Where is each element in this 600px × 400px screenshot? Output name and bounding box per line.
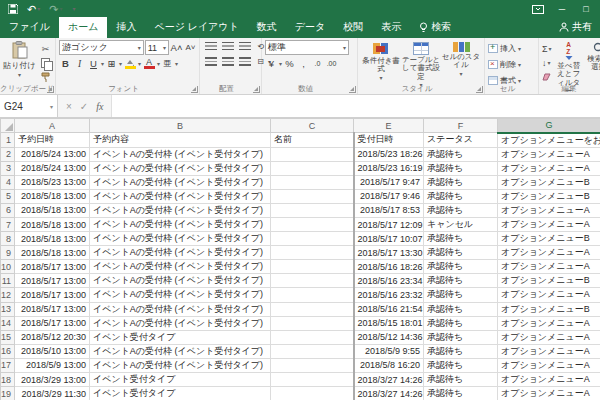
cell-G7[interactable]: オプションメニューA: [498, 217, 600, 231]
cell-G13[interactable]: オプションメニューB: [498, 302, 600, 316]
cell-C1[interactable]: 名前: [271, 133, 354, 148]
cell-B3[interactable]: イベントAの受付枠 (イベント受付タイプ): [90, 161, 271, 175]
cell-G19[interactable]: オプションメニューA: [498, 387, 600, 400]
cell-G10[interactable]: オプションメニューA: [498, 260, 600, 274]
align-middle-icon[interactable]: [222, 42, 234, 51]
cell-C19[interactable]: [271, 387, 354, 400]
cell-C16[interactable]: [271, 344, 354, 358]
redo-icon[interactable]: ↷▾: [49, 4, 62, 15]
format-painter-icon[interactable]: [38, 71, 53, 83]
cell-B13[interactable]: イベントAの受付枠 (イベント受付タイプ): [90, 302, 271, 316]
maximize-icon[interactable]: □: [576, 1, 596, 17]
insert-cells-button[interactable]: 挿入▾: [488, 41, 521, 55]
formula-input[interactable]: [112, 95, 600, 117]
cell-F7[interactable]: キャンセル: [424, 217, 498, 231]
increase-decimal-icon[interactable]: .0: [311, 57, 324, 70]
cell-C5[interactable]: [271, 189, 354, 203]
enter-icon[interactable]: ✓: [80, 101, 88, 112]
cell-G9[interactable]: オプションメニューA: [498, 246, 600, 260]
cell-A13[interactable]: 2018/5/17 13:00: [15, 302, 90, 316]
cell-E4[interactable]: 2018/5/17 9:47: [354, 175, 424, 189]
tab-review[interactable]: 校閲: [334, 17, 372, 38]
row-header-3[interactable]: 3: [1, 161, 15, 175]
currency-dropdown-arrow[interactable]: ▾: [279, 60, 282, 67]
cell-C9[interactable]: [271, 246, 354, 260]
phonetic-dropdown-arrow[interactable]: ▾: [175, 60, 178, 67]
cell-A1[interactable]: 予約日時: [15, 133, 90, 148]
col-header-E[interactable]: E: [354, 119, 424, 133]
cell-E7[interactable]: 2018/5/17 12:09: [354, 217, 424, 231]
cell-A10[interactable]: 2018/5/17 13:00: [15, 260, 90, 274]
cell-G2[interactable]: オプションメニューA: [498, 147, 600, 161]
cell-E16[interactable]: 2018/5/9 9:55: [354, 344, 424, 358]
cell-G11[interactable]: オプションメニューB: [498, 274, 600, 288]
cell-G3[interactable]: オプションメニューA: [498, 161, 600, 175]
select-all-corner[interactable]: [1, 119, 15, 133]
col-header-F[interactable]: F: [424, 119, 498, 133]
cell-A9[interactable]: 2018/5/18 13:00: [15, 246, 90, 260]
cell-F1[interactable]: ステータス: [424, 133, 498, 148]
paste-dropdown-arrow[interactable]: ▾: [18, 71, 21, 78]
save-icon[interactable]: [8, 4, 18, 14]
cell-A3[interactable]: 2018/5/24 13:00: [15, 161, 90, 175]
cell-E18[interactable]: 2018/3/27 14:26: [354, 373, 424, 387]
cell-G6[interactable]: オプションメニューA: [498, 203, 600, 217]
row-header-7[interactable]: 7: [1, 217, 15, 231]
customize-qat-icon[interactable]: ▾: [71, 6, 75, 12]
cell-F10[interactable]: 承認待ち: [424, 260, 498, 274]
styles-dialog-launcher[interactable]: [476, 86, 483, 93]
tab-data[interactable]: データ: [286, 17, 334, 38]
cell-C17[interactable]: [271, 358, 354, 372]
cell-A2[interactable]: 2018/5/24 13:00: [15, 147, 90, 161]
cell-F2[interactable]: 承認待ち: [424, 147, 498, 161]
cell-A12[interactable]: 2018/5/17 13:00: [15, 288, 90, 302]
tab-page-layout[interactable]: ページ レイアウト: [145, 17, 247, 38]
tab-home[interactable]: ホーム: [59, 17, 107, 38]
font-name-select[interactable]: 游ゴシック▾: [59, 40, 144, 55]
share-button[interactable]: 共有: [551, 17, 600, 38]
cell-C10[interactable]: [271, 260, 354, 274]
fill-color-icon[interactable]: [123, 59, 137, 69]
cell-A5[interactable]: 2018/5/18 13:00: [15, 189, 90, 203]
cell-B15[interactable]: イベント受付タイプ: [90, 330, 271, 344]
tab-view[interactable]: 表示: [372, 17, 410, 38]
cell-E17[interactable]: 2018/5/8 16:20: [354, 358, 424, 372]
cell-B6[interactable]: イベントAの受付枠 (イベント受付タイプ): [90, 203, 271, 217]
cell-B12[interactable]: イベントAの受付枠 (イベント受付タイプ): [90, 288, 271, 302]
cell-G5[interactable]: オプションメニューB: [498, 189, 600, 203]
cell-B9[interactable]: イベントAの受付枠 (イベント受付タイプ): [90, 246, 271, 260]
cell-E2[interactable]: 2018/5/23 18:26: [354, 147, 424, 161]
cell-G18[interactable]: オプションメニューA: [498, 373, 600, 387]
insert-function-icon[interactable]: fx: [96, 101, 103, 112]
cell-B18[interactable]: イベント受付タイプ: [90, 373, 271, 387]
row-header-9[interactable]: 9: [1, 246, 15, 260]
cell-A15[interactable]: 2018/5/12 20:30: [15, 330, 90, 344]
cell-A11[interactable]: 2018/5/17 13:00: [15, 274, 90, 288]
cell-C12[interactable]: [271, 288, 354, 302]
cell-B16[interactable]: イベントAの受付枠 (イベント受付タイプ): [90, 344, 271, 358]
number-dialog-launcher[interactable]: [349, 86, 356, 93]
row-header-19[interactable]: 19: [1, 387, 15, 400]
row-header-16[interactable]: 16: [1, 344, 15, 358]
cell-A6[interactable]: 2018/5/18 13:00: [15, 203, 90, 217]
align-center-icon[interactable]: [222, 57, 234, 66]
row-header-6[interactable]: 6: [1, 203, 15, 217]
cell-E9[interactable]: 2018/5/17 13:30: [354, 246, 424, 260]
undo-icon[interactable]: ↶▾: [27, 4, 40, 15]
increase-font-icon[interactable]: A˄: [170, 41, 183, 54]
tab-insert[interactable]: 挿入: [107, 17, 145, 38]
cell-B2[interactable]: イベントAの受付枠 (イベント受付タイプ): [90, 147, 271, 161]
name-box[interactable]: G24 ▾: [0, 95, 58, 117]
row-header-11[interactable]: 11: [1, 274, 15, 288]
align-bottom-icon[interactable]: [239, 42, 251, 51]
cell-B19[interactable]: イベント受付タイプ: [90, 387, 271, 400]
row-header-13[interactable]: 13: [1, 302, 15, 316]
fill-color-dropdown-arrow[interactable]: ▾: [138, 60, 141, 67]
align-left-icon[interactable]: [205, 57, 217, 66]
row-header-5[interactable]: 5: [1, 189, 15, 203]
cell-C11[interactable]: [271, 274, 354, 288]
cell-G1[interactable]: オプションメニューをお選: [498, 133, 600, 148]
cell-F9[interactable]: 承認待ち: [424, 246, 498, 260]
font-color-icon[interactable]: A: [142, 58, 156, 69]
underline-dropdown-arrow[interactable]: ▾: [101, 60, 104, 67]
